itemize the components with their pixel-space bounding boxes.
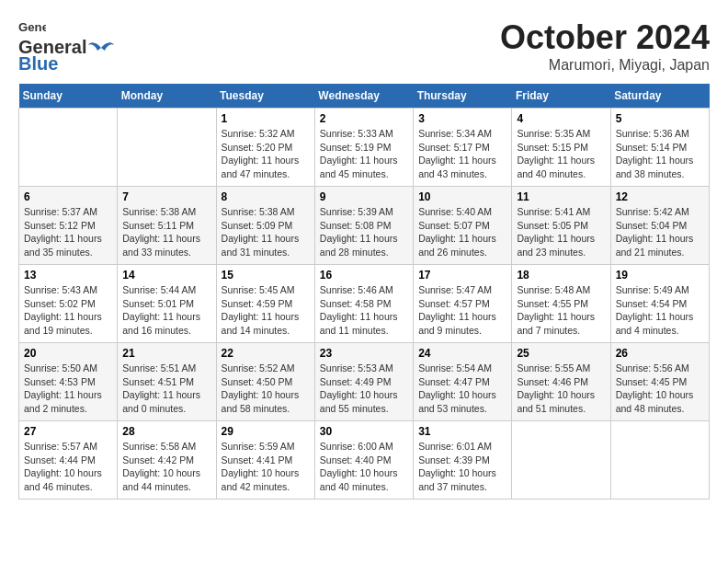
month-title: October 2024: [500, 18, 710, 57]
calendar-cell: [19, 109, 118, 187]
sunrise-text: Sunrise: 5:55 AM: [517, 362, 605, 375]
calendar-week-row: 6Sunrise: 5:37 AMSunset: 5:12 PMDaylight…: [19, 187, 710, 265]
day-info: Sunrise: 5:45 AMSunset: 4:59 PMDaylight:…: [222, 283, 310, 338]
sunset-text: Sunset: 4:58 PM: [320, 297, 408, 311]
daylight-text: Daylight: 10 hours and 55 minutes.: [320, 388, 408, 415]
sunrise-text: Sunrise: 6:00 AM: [320, 440, 408, 454]
logo-blue: Blue: [18, 53, 58, 75]
sunrise-text: Sunrise: 5:49 AM: [616, 283, 704, 297]
sunrise-text: Sunrise: 5:35 AM: [517, 127, 605, 141]
day-info: Sunrise: 5:36 AMSunset: 5:14 PMDaylight:…: [616, 127, 704, 181]
sunrise-text: Sunrise: 5:33 AM: [320, 127, 408, 141]
sunset-text: Sunset: 4:50 PM: [222, 375, 310, 389]
header-sunday: Sunday: [19, 84, 118, 109]
calendar-cell: [610, 421, 709, 500]
daylight-text: Daylight: 11 hours and 26 minutes.: [418, 232, 506, 259]
day-info: Sunrise: 5:39 AMSunset: 5:08 PMDaylight:…: [320, 205, 408, 259]
sunset-text: Sunset: 4:41 PM: [222, 454, 310, 467]
sunset-text: Sunset: 5:04 PM: [616, 219, 704, 233]
sunset-text: Sunset: 4:40 PM: [320, 454, 408, 467]
calendar-week-row: 27Sunrise: 5:57 AMSunset: 4:44 PMDayligh…: [19, 421, 710, 500]
day-info: Sunrise: 5:42 AMSunset: 5:04 PMDaylight:…: [616, 205, 704, 259]
daylight-text: Daylight: 11 hours and 2 minutes.: [24, 388, 112, 415]
location: Marumori, Miyagi, Japan: [500, 57, 710, 74]
calendar-cell: [512, 421, 610, 500]
daylight-text: Daylight: 11 hours and 0 minutes.: [122, 388, 210, 415]
calendar-cell: 5Sunrise: 5:36 AMSunset: 5:14 PMDaylight…: [610, 109, 709, 187]
calendar-cell: 19Sunrise: 5:49 AMSunset: 4:54 PMDayligh…: [610, 265, 709, 343]
day-number: 16: [320, 269, 408, 282]
day-number: 15: [222, 269, 310, 282]
calendar-cell: 23Sunrise: 5:53 AMSunset: 4:49 PMDayligh…: [314, 343, 413, 421]
daylight-text: Daylight: 11 hours and 43 minutes.: [418, 154, 506, 180]
day-info: Sunrise: 5:59 AMSunset: 4:41 PMDaylight:…: [222, 440, 310, 494]
sunrise-text: Sunrise: 5:57 AM: [24, 440, 112, 454]
sunset-text: Sunset: 5:17 PM: [418, 141, 506, 155]
daylight-text: Daylight: 10 hours and 48 minutes.: [616, 388, 704, 415]
sunset-text: Sunset: 4:54 PM: [616, 297, 704, 311]
calendar-cell: 6Sunrise: 5:37 AMSunset: 5:12 PMDaylight…: [19, 187, 118, 265]
day-info: Sunrise: 5:54 AMSunset: 4:47 PMDaylight:…: [418, 362, 506, 416]
day-info: Sunrise: 6:00 AMSunset: 4:40 PMDaylight:…: [320, 440, 408, 494]
calendar-cell: 13Sunrise: 5:43 AMSunset: 5:02 PMDayligh…: [19, 265, 118, 343]
day-number: 12: [616, 190, 704, 203]
day-info: Sunrise: 5:41 AMSunset: 5:05 PMDaylight:…: [517, 205, 605, 259]
sunrise-text: Sunrise: 5:46 AM: [320, 283, 408, 297]
day-number: 27: [24, 425, 112, 438]
sunrise-text: Sunrise: 5:58 AM: [122, 440, 210, 454]
calendar-cell: 14Sunrise: 5:44 AMSunset: 5:01 PMDayligh…: [118, 265, 216, 343]
daylight-text: Daylight: 10 hours and 58 minutes.: [222, 388, 310, 415]
sunrise-text: Sunrise: 5:50 AM: [24, 362, 112, 375]
sunset-text: Sunset: 5:05 PM: [517, 219, 605, 233]
sunrise-text: Sunrise: 5:54 AM: [418, 362, 506, 375]
day-number: 4: [517, 112, 605, 125]
sunset-text: Sunset: 4:49 PM: [320, 375, 408, 389]
title-section: October 2024 Marumori, Miyagi, Japan: [500, 18, 710, 74]
calendar-cell: 20Sunrise: 5:50 AMSunset: 4:53 PMDayligh…: [19, 343, 118, 421]
day-info: Sunrise: 5:55 AMSunset: 4:46 PMDaylight:…: [517, 362, 605, 416]
day-info: Sunrise: 5:33 AMSunset: 5:19 PMDaylight:…: [320, 127, 408, 181]
daylight-text: Daylight: 11 hours and 35 minutes.: [24, 232, 112, 259]
calendar-cell: 11Sunrise: 5:41 AMSunset: 5:05 PMDayligh…: [512, 187, 610, 265]
day-number: 23: [320, 347, 408, 360]
daylight-text: Daylight: 11 hours and 28 minutes.: [320, 232, 408, 259]
day-number: 6: [24, 190, 112, 203]
day-info: Sunrise: 5:47 AMSunset: 4:57 PMDaylight:…: [418, 283, 506, 338]
page-header: General General Blue October 2024 Marumo…: [18, 18, 710, 75]
day-number: 20: [24, 347, 112, 360]
daylight-text: Daylight: 11 hours and 11 minutes.: [320, 310, 408, 337]
day-number: 11: [517, 190, 605, 203]
calendar-cell: 28Sunrise: 5:58 AMSunset: 4:42 PMDayligh…: [118, 421, 216, 500]
calendar-cell: 7Sunrise: 5:38 AMSunset: 5:11 PMDaylight…: [118, 187, 216, 265]
logo-bird-icon: General: [18, 18, 46, 37]
logo-icon: General: [18, 18, 46, 37]
sunset-text: Sunset: 5:14 PM: [616, 141, 704, 155]
calendar-cell: 29Sunrise: 5:59 AMSunset: 4:41 PMDayligh…: [216, 421, 314, 500]
calendar-cell: 1Sunrise: 5:32 AMSunset: 5:20 PMDaylight…: [216, 109, 314, 187]
day-number: 2: [320, 112, 408, 125]
header-saturday: Saturday: [610, 84, 709, 109]
calendar-cell: 27Sunrise: 5:57 AMSunset: 4:44 PMDayligh…: [19, 421, 118, 500]
sunset-text: Sunset: 5:11 PM: [122, 219, 210, 233]
calendar-header-row: SundayMondayTuesdayWednesdayThursdayFrid…: [19, 84, 710, 109]
calendar-cell: 9Sunrise: 5:39 AMSunset: 5:08 PMDaylight…: [314, 187, 413, 265]
sunset-text: Sunset: 4:57 PM: [418, 297, 506, 311]
daylight-text: Daylight: 10 hours and 51 minutes.: [517, 388, 605, 415]
header-wednesday: Wednesday: [314, 84, 413, 109]
day-number: 28: [122, 425, 210, 438]
day-info: Sunrise: 6:01 AMSunset: 4:39 PMDaylight:…: [418, 440, 506, 494]
day-number: 18: [517, 269, 605, 282]
daylight-text: Daylight: 11 hours and 47 minutes.: [222, 154, 310, 180]
day-info: Sunrise: 5:51 AMSunset: 4:51 PMDaylight:…: [122, 362, 210, 416]
day-info: Sunrise: 5:46 AMSunset: 4:58 PMDaylight:…: [320, 283, 408, 338]
daylight-text: Daylight: 10 hours and 40 minutes.: [320, 466, 408, 493]
day-number: 29: [222, 425, 310, 438]
sunrise-text: Sunrise: 5:43 AM: [24, 283, 112, 297]
sunset-text: Sunset: 5:02 PM: [24, 297, 112, 311]
sunset-text: Sunset: 4:46 PM: [517, 375, 605, 389]
sunset-text: Sunset: 4:45 PM: [616, 375, 704, 389]
sunrise-text: Sunrise: 5:48 AM: [517, 283, 605, 297]
daylight-text: Daylight: 11 hours and 4 minutes.: [616, 310, 704, 337]
sunrise-text: Sunrise: 5:34 AM: [418, 127, 506, 141]
sunset-text: Sunset: 4:51 PM: [122, 375, 210, 389]
